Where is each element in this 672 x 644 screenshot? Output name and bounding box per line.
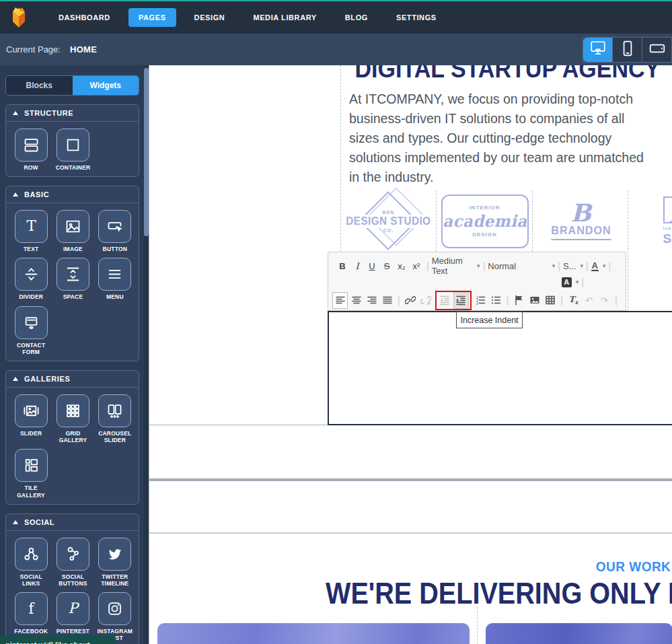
page-headline[interactable]: DIGITAL STARTUP AGENCY bbox=[354, 65, 655, 83]
align-left-button[interactable] bbox=[332, 292, 348, 309]
widget-label: CONTACT FORM bbox=[10, 342, 52, 355]
superscript-button[interactable]: x² bbox=[410, 258, 423, 273]
device-tablet-landscape-button[interactable] bbox=[642, 38, 672, 62]
tab-blocks[interactable]: Blocks bbox=[6, 76, 73, 95]
nav-item-dashboard[interactable]: DASHBOARD bbox=[48, 8, 120, 27]
section-galleries: GALLERIES SLIDER GRID GALLERY CAROUSEL S… bbox=[5, 370, 139, 505]
nav-item-blog[interactable]: BLOG bbox=[335, 8, 378, 27]
align-center-button[interactable] bbox=[349, 293, 363, 308]
widget-label: SLIDER bbox=[20, 430, 42, 437]
widget-social-buttons[interactable]: SOCIAL BUTTONS bbox=[52, 538, 94, 587]
widget-row[interactable]: ROW bbox=[10, 129, 52, 171]
widget-label: MENU bbox=[106, 293, 124, 300]
background-color-dropdown[interactable]: A▾ bbox=[562, 277, 579, 287]
clear-format-button[interactable]: Tx bbox=[566, 293, 581, 308]
indent-button[interactable] bbox=[453, 292, 469, 309]
client-logo[interactable]: INTERIOR academia DESIGN bbox=[437, 190, 533, 252]
font-size-dropdown[interactable]: Medium Text▾ bbox=[432, 256, 480, 276]
section-header-social[interactable]: SOCIAL bbox=[6, 514, 139, 531]
toolbar-row-1: B I U S x₂ x² | Medium Text▾ | Normal▾ | bbox=[328, 252, 626, 275]
widget-tile-gallery[interactable]: TILE GALLERY bbox=[10, 449, 52, 498]
device-tablet-portrait-button[interactable] bbox=[613, 38, 642, 62]
strikethrough-button[interactable]: S bbox=[380, 258, 394, 273]
bold-button[interactable]: B bbox=[336, 258, 349, 273]
font-color-dropdown[interactable]: A▾ bbox=[591, 261, 606, 271]
collapse-triangle-icon bbox=[13, 377, 18, 381]
social-links-icon bbox=[15, 538, 48, 571]
toolbar-separator: | bbox=[609, 260, 611, 271]
widget-label: SOCIAL LINKS bbox=[10, 573, 52, 587]
widget-space[interactable]: SPACE bbox=[52, 258, 94, 300]
widget-pinterest-board[interactable]: P PINTEREST BOARD bbox=[52, 592, 94, 641]
section-divider-thin bbox=[149, 532, 672, 534]
device-desktop-button[interactable] bbox=[583, 38, 613, 62]
paragraph-style-dropdown[interactable]: Normal▾ bbox=[488, 261, 555, 271]
sidebar-scrollbar-thumb[interactable] bbox=[144, 68, 149, 236]
underline-button[interactable]: U bbox=[365, 258, 379, 273]
current-page-label: Current Page: bbox=[6, 44, 61, 55]
styles-dropdown[interactable]: S...▾ bbox=[563, 261, 583, 271]
widget-grid-gallery[interactable]: GRID GALLERY bbox=[52, 394, 94, 443]
widget-twitter-timeline[interactable]: TWITTER TIMELINE bbox=[94, 538, 136, 587]
client-logo[interactable]: BEN DESIGN STUDIO CO. bbox=[340, 190, 437, 252]
link-button[interactable] bbox=[404, 293, 418, 308]
grid-gallery-icon bbox=[57, 394, 89, 427]
nav-item-settings[interactable]: SETTINGS bbox=[386, 8, 447, 27]
widget-label: TWITTER TIMELINE bbox=[94, 573, 136, 587]
image-button[interactable] bbox=[527, 293, 542, 308]
nav-item-pages[interactable]: PAGES bbox=[128, 8, 176, 27]
table-button[interactable] bbox=[543, 293, 557, 308]
widget-facebook-feed[interactable]: f FACEBOOK FEED bbox=[10, 592, 52, 641]
section-title: GALLERIES bbox=[24, 375, 70, 383]
widget-divider[interactable]: DIVIDER bbox=[10, 258, 52, 300]
sidebar-scrollbar[interactable] bbox=[144, 65, 149, 644]
work-photo-2[interactable] bbox=[486, 623, 672, 644]
align-justify-button[interactable] bbox=[380, 293, 394, 308]
unordered-list-button[interactable] bbox=[489, 293, 503, 308]
widget-label: TILE GALLERY bbox=[10, 485, 52, 498]
widget-container[interactable]: CONTAINER bbox=[52, 129, 94, 171]
row-icon bbox=[15, 129, 48, 162]
row-border-line bbox=[149, 425, 328, 425]
indent-buttons-highlight bbox=[435, 291, 472, 310]
page-paragraph[interactable]: At ITCOMPANY, we focus on providing top-… bbox=[349, 90, 646, 187]
tab-widgets[interactable]: Widgets bbox=[73, 76, 139, 95]
widget-label: ROW bbox=[24, 164, 38, 171]
align-right-button[interactable] bbox=[365, 293, 379, 308]
outdent-icon bbox=[439, 295, 450, 306]
nav-item-design[interactable]: DESIGN bbox=[184, 8, 235, 27]
toolbar-separator: | bbox=[507, 295, 509, 306]
app-window: DASHBOARDPAGESDESIGNMEDIA LIBRARYBLOGSET… bbox=[0, 0, 672, 644]
chevron-down-icon: ▾ bbox=[603, 262, 606, 269]
widget-text[interactable]: T TEXT bbox=[10, 210, 52, 252]
widget-image[interactable]: IMAGE bbox=[52, 210, 94, 252]
widget-instagram-post[interactable]: INSTAGRAM POST bbox=[94, 592, 136, 641]
italic-button[interactable]: I bbox=[350, 258, 364, 273]
widget-social-links[interactable]: SOCIAL LINKS bbox=[10, 538, 52, 587]
subscript-button[interactable]: x₂ bbox=[395, 258, 408, 273]
section-header-basic[interactable]: BASIC bbox=[6, 186, 139, 203]
tile-gallery-icon bbox=[15, 449, 48, 482]
align-justify-icon bbox=[382, 295, 393, 306]
widget-slider[interactable]: SLIDER bbox=[10, 394, 52, 443]
work-photo-1[interactable] bbox=[157, 623, 470, 644]
brand-logo-icon[interactable] bbox=[5, 4, 32, 31]
page-canvas[interactable]: DIGITAL STARTUP AGENCY At ITCOMPANY, we … bbox=[149, 65, 672, 644]
widget-menu[interactable]: MENU bbox=[94, 258, 136, 300]
client-logo[interactable]: H HANDC STU bbox=[629, 190, 672, 252]
current-page-name[interactable]: HOME bbox=[70, 44, 97, 55]
section-header-structure[interactable]: STRUCTURE bbox=[6, 105, 139, 122]
widget-contact-form[interactable]: CONTACT FORM bbox=[10, 306, 52, 355]
ordered-list-button[interactable]: 123 bbox=[474, 293, 488, 308]
client-logo[interactable]: B BRANDON bbox=[533, 190, 629, 252]
indent-icon bbox=[455, 295, 466, 306]
widget-button[interactable]: BUTTON bbox=[94, 210, 136, 252]
our-work-label[interactable]: OUR WORK bbox=[596, 559, 671, 575]
nav-item-media-library[interactable]: MEDIA LIBRARY bbox=[243, 8, 326, 27]
widget-carousel-slider[interactable]: CAROUSEL SLIDER bbox=[94, 394, 136, 443]
section-header-galleries[interactable]: GALLERIES bbox=[6, 371, 139, 388]
flag-button[interactable] bbox=[512, 293, 526, 308]
undo-icon: ↶ bbox=[585, 295, 593, 306]
sidebar-tabs: BlocksWidgets bbox=[5, 75, 139, 96]
section-heading[interactable]: WE'RE DELIVERING ONLY EXCE bbox=[326, 577, 672, 610]
